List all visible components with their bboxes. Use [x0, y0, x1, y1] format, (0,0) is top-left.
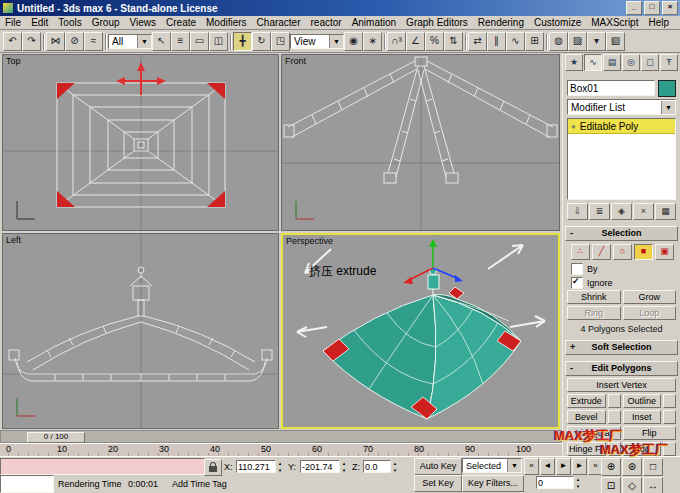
hierarchy-tab-icon[interactable]: ▤	[603, 54, 621, 71]
menu-help[interactable]: Help	[643, 17, 674, 28]
set-key-button[interactable]: Set Key	[414, 475, 462, 492]
redo-icon[interactable]: ↷	[22, 32, 41, 51]
make-unique-icon[interactable]: ◈	[611, 203, 632, 220]
maxscript-mini-listener[interactable]	[0, 458, 205, 475]
select-object-icon[interactable]: ↖	[152, 32, 171, 51]
grow-button[interactable]: Grow	[623, 290, 677, 304]
render-type-icon[interactable]: ▾	[587, 32, 606, 51]
viewport-front[interactable]: Front	[281, 54, 560, 231]
viewport-top-label[interactable]: Top	[6, 56, 21, 66]
viewport-left[interactable]: Left	[2, 233, 279, 429]
border-subobject-icon[interactable]: ○	[613, 244, 632, 260]
outline-button[interactable]: Outline	[623, 394, 662, 408]
minimize-button[interactable]: _	[626, 1, 642, 15]
viewport-perspective-label[interactable]: Perspective	[286, 236, 333, 246]
viewport-top[interactable]: Top	[2, 54, 279, 231]
stack-item-editable-poly[interactable]: ● Editable Poly	[568, 119, 675, 134]
key-filters-button[interactable]: Key Filters...	[462, 475, 524, 492]
selection-rollout-header[interactable]: - Selection	[565, 226, 678, 241]
select-and-link-icon[interactable]: ⋈	[46, 32, 65, 51]
viewport-left-label[interactable]: Left	[6, 235, 21, 245]
menu-customize[interactable]: Customize	[529, 17, 586, 28]
close-button[interactable]: ×	[662, 1, 678, 15]
extrude-settings-icon[interactable]	[608, 394, 621, 408]
angle-snap-icon[interactable]: ∠	[406, 32, 425, 51]
bevel-settings-icon[interactable]	[608, 410, 621, 424]
menu-character[interactable]: Character	[252, 17, 306, 28]
frame-spinner[interactable]: ▴▾	[574, 476, 582, 489]
vertex-subobject-icon[interactable]: ∴	[571, 244, 590, 260]
add-time-tag[interactable]: Add Time Tag	[172, 479, 227, 489]
menu-file[interactable]: File	[0, 17, 26, 28]
utilities-tab-icon[interactable]: Ŧ	[660, 54, 678, 71]
object-color-swatch[interactable]	[658, 80, 676, 97]
soft-selection-rollout-header[interactable]: + Soft Selection	[565, 340, 678, 355]
schematic-view-icon[interactable]: ⊞	[525, 32, 544, 51]
ignore-backfacing-checkbox[interactable]: ✓	[571, 277, 583, 289]
bevel-button[interactable]: Bevel	[567, 410, 606, 424]
time-slider-button[interactable]: 0 / 100	[27, 432, 85, 443]
select-and-rotate-icon[interactable]: ↻	[252, 32, 271, 51]
object-name-field[interactable]	[567, 80, 655, 96]
select-and-move-icon[interactable]: ╋	[233, 32, 252, 51]
menu-rendering[interactable]: Rendering	[473, 17, 529, 28]
rectangular-selection-region-icon[interactable]: ▭	[190, 32, 209, 51]
menu-animation[interactable]: Animation	[347, 17, 401, 28]
zoom-icon[interactable]: ⊕	[601, 458, 621, 476]
curve-editor-icon[interactable]: ∿	[506, 32, 525, 51]
select-and-manipulate-icon[interactable]: ∗	[363, 32, 382, 51]
time-slider-track[interactable]: 0 / 100	[0, 430, 562, 443]
select-and-scale-icon[interactable]: ◳	[271, 32, 290, 51]
key-selection-dropdown[interactable]: Selected ▼	[462, 458, 522, 473]
configure-modifier-sets-icon[interactable]: ▦	[655, 203, 676, 220]
remove-modifier-icon[interactable]: ×	[633, 203, 654, 220]
flip-button[interactable]: Flip	[623, 426, 677, 440]
inset-button[interactable]: Inset	[623, 410, 662, 424]
zoom-extents-icon[interactable]: □	[643, 458, 663, 476]
chevron-down-icon[interactable]: ▼	[329, 35, 343, 48]
current-frame-field[interactable]	[536, 476, 574, 489]
chevron-down-icon[interactable]: ▼	[137, 35, 151, 48]
percent-snap-icon[interactable]: %	[425, 32, 444, 51]
play-icon[interactable]: ►	[556, 458, 571, 475]
z-spinner[interactable]: ▴▾	[391, 460, 399, 473]
modify-tab-icon[interactable]: ∿	[584, 54, 602, 71]
menu-create[interactable]: Create	[161, 17, 201, 28]
go-to-start-icon[interactable]: «	[524, 458, 539, 475]
x-coord-field[interactable]	[236, 460, 276, 473]
shrink-button[interactable]: Shrink	[567, 290, 621, 304]
previous-frame-icon[interactable]: ◄	[540, 458, 555, 475]
menu-reactor[interactable]: reactor	[306, 17, 347, 28]
zoom-all-icon[interactable]: ⊛	[622, 458, 642, 476]
edit-polygons-rollout-header[interactable]: - Edit Polygons	[565, 361, 678, 376]
material-editor-icon[interactable]: ◍	[549, 32, 568, 51]
create-tab-icon[interactable]: ★	[565, 54, 583, 71]
menu-graph-editors[interactable]: Graph Editors	[401, 17, 473, 28]
edge-subobject-icon[interactable]: ╱	[592, 244, 611, 260]
modifier-stack[interactable]: ● Editable Poly	[567, 118, 676, 200]
auto-key-button[interactable]: Auto Key	[414, 458, 462, 475]
display-tab-icon[interactable]: ◻	[641, 54, 659, 71]
chevron-down-icon[interactable]: ▼	[507, 459, 521, 472]
y-coord-field[interactable]	[300, 460, 340, 473]
z-coord-field[interactable]	[363, 460, 391, 473]
outline-settings-icon[interactable]	[663, 394, 676, 408]
select-by-name-icon[interactable]: ≡	[171, 32, 190, 51]
menu-group[interactable]: Group	[87, 17, 125, 28]
menu-maxscript[interactable]: MAXScript	[586, 17, 643, 28]
motion-tab-icon[interactable]: ◎	[622, 54, 640, 71]
x-spinner[interactable]: ▴▾	[276, 460, 284, 473]
reference-coordinate-dropdown[interactable]: View ▼	[290, 34, 344, 49]
y-spinner[interactable]: ▴▾	[340, 460, 348, 473]
selection-filter-dropdown[interactable]: All ▼	[108, 34, 152, 49]
quick-render-icon[interactable]: ▧	[606, 32, 625, 51]
menu-edit[interactable]: Edit	[26, 17, 53, 28]
inset-settings-icon[interactable]	[663, 410, 676, 424]
polygon-subobject-icon[interactable]: ■	[634, 244, 653, 260]
menu-tools[interactable]: Tools	[53, 17, 86, 28]
by-vertex-checkbox[interactable]	[571, 263, 583, 275]
selection-lock-toggle[interactable]	[204, 459, 222, 476]
extrude-button[interactable]: Extrude	[567, 394, 606, 408]
menu-modifiers[interactable]: Modifiers	[201, 17, 252, 28]
pan-icon[interactable]: ↔	[643, 477, 663, 493]
